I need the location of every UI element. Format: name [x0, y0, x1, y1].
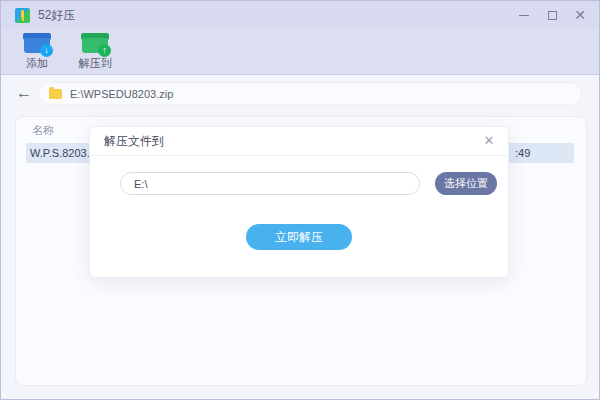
destination-path-input[interactable] [120, 172, 420, 195]
choose-location-button[interactable]: 选择位置 [435, 172, 497, 195]
extract-dialog: 解压文件到 ✕ 选择位置 立即解压 [89, 126, 509, 278]
column-header-name[interactable]: 名称 [32, 123, 54, 138]
dialog-title: 解压文件到 [104, 133, 164, 150]
folder-icon [49, 89, 62, 99]
window-controls: ✕ [513, 5, 591, 25]
add-button[interactable]: ↓ 添加 [11, 33, 63, 71]
arrow-down-icon: ↓ [40, 44, 53, 57]
extract-now-button[interactable]: 立即解压 [246, 224, 352, 250]
minimize-icon [519, 15, 529, 16]
extract-to-button[interactable]: ↑ 解压到 [69, 33, 121, 71]
titlebar: 52好压 ✕ [1, 1, 599, 29]
extract-to-button-label: 解压到 [79, 56, 112, 71]
window-title: 52好压 [38, 7, 75, 24]
navbar: ← E:\WPSEDU8203.zip [1, 76, 599, 114]
current-path: E:\WPSEDU8203.zip [70, 88, 173, 100]
minimize-button[interactable] [513, 5, 535, 25]
dialog-close-button[interactable]: ✕ [481, 133, 497, 149]
arrow-up-icon: ↑ [98, 44, 111, 57]
archive-extract-icon: ↑ [81, 33, 109, 55]
maximize-icon [548, 11, 557, 20]
app-logo-icon [15, 8, 30, 23]
address-bar[interactable]: E:\WPSEDU8203.zip [38, 82, 582, 105]
app-window: 52好压 ✕ ↓ 添加 ↑ 解压到 ← [0, 0, 600, 400]
file-modified-time: :49 [515, 147, 530, 159]
toolbar: ↓ 添加 ↑ 解压到 [1, 29, 599, 75]
add-button-label: 添加 [26, 56, 48, 71]
dialog-header: 解压文件到 ✕ [90, 127, 508, 156]
archive-add-icon: ↓ [23, 33, 51, 55]
back-button[interactable]: ← [16, 84, 32, 102]
close-button[interactable]: ✕ [569, 5, 591, 25]
maximize-button[interactable] [541, 5, 563, 25]
